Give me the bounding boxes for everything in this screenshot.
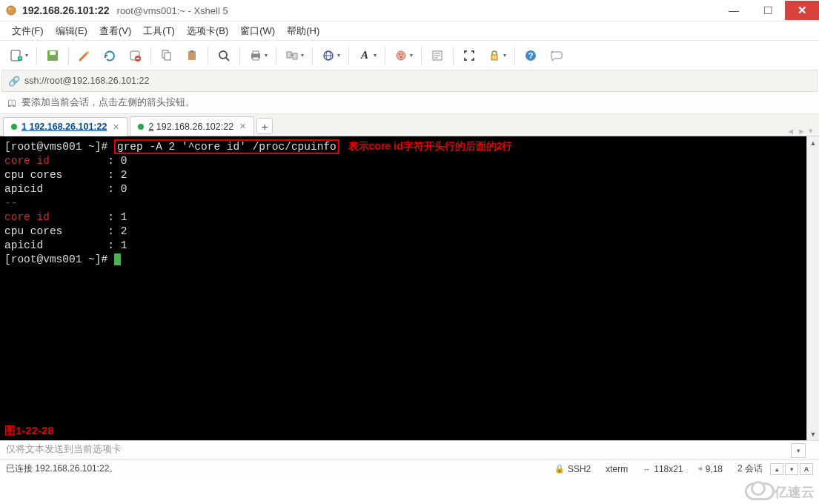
- output-key: cpu cores: [4, 169, 62, 181]
- output-val: :: [62, 225, 120, 237]
- terminal-wrap: [root@vms001 ~]# grep -A 2 '^core id' /p…: [0, 136, 819, 440]
- minimize-button[interactable]: —: [717, 1, 751, 20]
- copy-button[interactable]: [155, 44, 179, 67]
- command-text: grep -A 2 '^core id' /proc/cpuinfo: [117, 141, 336, 153]
- save-button[interactable]: [41, 44, 64, 67]
- title-host: 192.168.26.101:22: [22, 4, 110, 16]
- status-connection: 已连接 192.168.26.101:22。: [6, 462, 547, 475]
- tab-list-icon[interactable]: ▾: [809, 126, 813, 136]
- status-term: xterm: [598, 464, 635, 474]
- menu-bar: 文件(F) 编辑(E) 查看(V) 工具(T) 选项卡(B) 窗口(W) 帮助(…: [0, 21, 819, 40]
- menu-tools[interactable]: 工具(T): [137, 22, 181, 40]
- menu-edit[interactable]: 编辑(E): [50, 22, 93, 40]
- svg-point-0: [7, 6, 16, 15]
- svg-point-25: [397, 51, 405, 60]
- compose-bar: 仅将文本发送到当前选项卡 ▾: [0, 440, 819, 460]
- language-button[interactable]: ▾: [316, 44, 345, 67]
- command-highlight: grep -A 2 '^core id' /proc/cpuinfo: [114, 139, 339, 154]
- font-button[interactable]: A▾: [353, 44, 381, 67]
- output-num: 1: [121, 239, 127, 251]
- disconnect-button[interactable]: [123, 44, 147, 67]
- paste-button[interactable]: [180, 44, 204, 67]
- tab-next-icon[interactable]: ►: [798, 127, 806, 136]
- session-down-icon[interactable]: ▾: [785, 463, 798, 475]
- output-num: 2: [121, 169, 127, 181]
- output-val: :: [43, 183, 120, 195]
- lock-button[interactable]: ▾: [483, 44, 511, 67]
- svg-point-1: [9, 8, 10, 10]
- resize-icon: ↔: [643, 465, 651, 474]
- tab-num: 1: [21, 122, 27, 132]
- svg-rect-12: [165, 53, 170, 60]
- cursorpos-icon: ⌖: [698, 464, 703, 474]
- output-num: 0: [121, 183, 127, 195]
- compose-button[interactable]: [544, 44, 568, 67]
- tab-close-icon[interactable]: ✕: [113, 122, 119, 132]
- prompt: [root@vms001 ~]#: [4, 141, 107, 153]
- prompt: [root@vms001 ~]#: [4, 253, 107, 265]
- output-val: :: [43, 239, 120, 251]
- output-num: 2: [121, 225, 127, 237]
- properties-button[interactable]: [73, 44, 96, 67]
- svg-rect-14: [190, 50, 193, 53]
- address-bar[interactable]: 🔗 ssh://root@192.168.26.101:22: [1, 70, 818, 92]
- menu-file[interactable]: 文件(F): [6, 22, 50, 40]
- color-button[interactable]: ▾: [389, 44, 417, 67]
- session-up-icon[interactable]: ▴: [770, 463, 783, 475]
- lock-icon: 🔒: [554, 464, 565, 474]
- scrollbar[interactable]: ▲ ▼: [806, 136, 819, 440]
- tab-close-icon[interactable]: ✕: [239, 122, 246, 131]
- fullscreen-button[interactable]: [457, 44, 481, 67]
- title-rest: root@vms001:~ - Xshell 5: [117, 5, 228, 16]
- close-button[interactable]: ✕: [785, 1, 819, 20]
- svg-text:+: +: [19, 56, 21, 61]
- menu-tabs[interactable]: 选项卡(B): [181, 22, 234, 40]
- output-key: apicid: [4, 239, 43, 251]
- script-button[interactable]: [425, 44, 449, 67]
- svg-rect-18: [253, 51, 259, 54]
- tab-num: 2: [148, 122, 153, 132]
- menu-view[interactable]: 查看(V): [93, 22, 137, 40]
- tab-bar: 1 192.168.26.101:22 ✕ 2 192.168.26.102:2…: [0, 114, 819, 136]
- print-button[interactable]: ▾: [244, 44, 272, 67]
- status-pos: ⌖9,18: [691, 464, 730, 474]
- transfer-button[interactable]: ▾: [280, 44, 308, 67]
- link-icon: 🔗: [8, 76, 20, 87]
- output-key: core id: [4, 155, 50, 167]
- output-key: cpu cores: [4, 225, 62, 237]
- reconnect-button[interactable]: [98, 44, 122, 67]
- scroll-up-icon[interactable]: ▲: [807, 136, 819, 149]
- svg-rect-10: [136, 58, 139, 59]
- cursor-icon: [114, 253, 121, 265]
- maximize-button[interactable]: ☐: [751, 1, 785, 20]
- status-dot-icon: [138, 124, 144, 130]
- new-session-button[interactable]: +▾: [4, 44, 33, 67]
- status-sessions: 2 会话: [730, 462, 770, 475]
- menu-window[interactable]: 窗口(W): [234, 22, 281, 40]
- cap-a-icon[interactable]: A: [800, 463, 813, 475]
- bookmark-icon[interactable]: 🕮: [7, 98, 17, 108]
- svg-text:?: ?: [528, 51, 534, 60]
- tab-other[interactable]: 2 192.168.26.102:22 ✕: [130, 116, 254, 136]
- tab-add-button[interactable]: +: [256, 118, 273, 134]
- menu-help[interactable]: 帮助(H): [281, 22, 325, 40]
- output-num: 1: [121, 211, 127, 223]
- scroll-down-icon[interactable]: ▼: [807, 428, 819, 440]
- address-text: ssh://root@192.168.26.101:22: [24, 76, 149, 86]
- help-button[interactable]: ?: [519, 44, 543, 67]
- terminal[interactable]: [root@vms001 ~]# grep -A 2 '^core id' /p…: [0, 136, 819, 440]
- title-bar: 192.168.26.101:22 root@vms001:~ - Xshell…: [0, 0, 819, 21]
- app-icon: [4, 4, 18, 17]
- svg-point-7: [86, 51, 89, 54]
- svg-rect-21: [293, 53, 297, 59]
- tab-active[interactable]: 1 192.168.26.101:22 ✕: [3, 117, 127, 136]
- compose-input[interactable]: 仅将文本发送到当前选项卡: [3, 443, 791, 458]
- svg-line-16: [226, 58, 229, 61]
- tab-prev-icon[interactable]: ◄: [786, 127, 795, 136]
- find-button[interactable]: [212, 44, 236, 67]
- hint-bar: 🕮 要添加当前会话，点击左侧的箭头按钮。: [0, 92, 819, 114]
- svg-rect-6: [50, 51, 56, 55]
- svg-point-28: [400, 56, 402, 58]
- annotation: 表示core id字符开头行的后面的2行: [348, 140, 513, 152]
- compose-dropdown[interactable]: ▾: [791, 443, 806, 458]
